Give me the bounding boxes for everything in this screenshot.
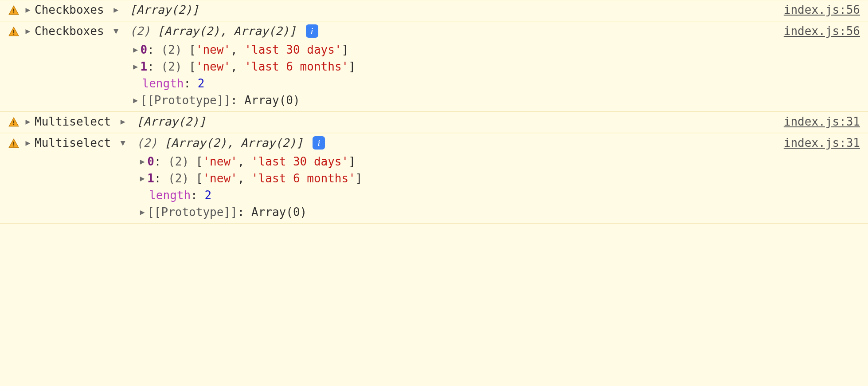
warning-icon	[8, 5, 20, 16]
array-item[interactable]: 1: (2) ['new', 'last 6 months']	[112, 58, 775, 75]
source-link[interactable]: index.js:56	[784, 24, 860, 38]
string-value: 'last 6 months'	[244, 60, 348, 73]
item-index: 1	[141, 60, 148, 73]
log-label: Multiselect	[35, 136, 111, 150]
log-value: [Array(2)]	[112, 3, 775, 16]
string-value: 'last 30 days'	[244, 43, 341, 56]
length-value: 2	[198, 77, 205, 90]
source-link[interactable]: index.js:31	[784, 115, 860, 128]
svg-rect-7	[13, 146, 14, 146]
warning-icon	[8, 117, 20, 128]
console-row: Checkboxes (2) [Array(2), Array(2)] i 0:…	[0, 21, 868, 112]
prototype-line[interactable]: [[Prototype]]: Array(0)	[112, 92, 775, 109]
disclosure-triangle-icon[interactable]	[24, 3, 32, 16]
item-count: (2)	[168, 155, 189, 168]
item-disclosure-icon[interactable]	[132, 60, 140, 73]
object-disclosure-icon[interactable]	[119, 136, 127, 150]
item-disclosure-icon[interactable]	[138, 155, 146, 168]
svg-rect-5	[13, 124, 14, 125]
string-value: 'new'	[196, 60, 231, 73]
object-disclosure-icon[interactable]	[119, 115, 127, 128]
source-link[interactable]: index.js:56	[784, 3, 860, 16]
item-disclosure-icon[interactable]	[138, 205, 146, 219]
item-index: 0	[147, 155, 154, 168]
item-disclosure-icon[interactable]	[132, 94, 140, 107]
svg-rect-0	[13, 9, 14, 12]
array-summary[interactable]: [Array(2), Array(2)]	[157, 24, 296, 38]
console-row: Checkboxes [Array(2)] index.js:56	[0, 0, 868, 21]
string-value: 'new'	[203, 155, 237, 168]
length-key: length	[149, 189, 191, 202]
array-item[interactable]: 1: (2) ['new', 'last 6 months']	[119, 170, 775, 187]
array-summary[interactable]: [Array(2)]	[137, 115, 206, 128]
log-value: [Array(2)]	[119, 115, 775, 128]
array-children: 0: (2) ['new', 'last 30 days'] 1: (2) ['…	[119, 153, 775, 221]
array-count: (2)	[137, 136, 157, 150]
item-disclosure-icon[interactable]	[138, 172, 146, 185]
item-count: (2)	[168, 172, 189, 185]
item-index: 1	[147, 172, 154, 185]
array-item[interactable]: 0: (2) ['new', 'last 30 days']	[119, 153, 775, 170]
item-index: 0	[141, 43, 148, 56]
prototype-line[interactable]: [[Prototype]]: Array(0)	[119, 204, 775, 221]
array-summary[interactable]: [Array(2)]	[129, 3, 199, 16]
svg-rect-2	[13, 30, 14, 33]
string-value: 'last 30 days'	[251, 155, 348, 168]
disclosure-triangle-icon[interactable]	[24, 24, 32, 38]
length-line: length: 2	[112, 75, 775, 92]
array-summary[interactable]: [Array(2), Array(2)]	[164, 136, 303, 150]
array-children: 0: (2) ['new', 'last 30 days'] 1: (2) ['…	[112, 41, 775, 109]
prototype-value: Array(0)	[244, 94, 300, 107]
object-disclosure-icon[interactable]	[112, 3, 120, 16]
item-count: (2)	[161, 43, 182, 56]
info-icon[interactable]: i	[313, 136, 325, 150]
prototype-value: Array(0)	[251, 205, 307, 219]
console-row: Multiselect [Array(2)] index.js:31	[0, 112, 868, 133]
object-disclosure-icon[interactable]	[112, 24, 120, 38]
svg-rect-3	[13, 34, 14, 35]
array-count: (2)	[129, 24, 150, 38]
item-count: (2)	[161, 60, 182, 73]
source-link[interactable]: index.js:31	[784, 136, 860, 150]
log-label: Multiselect	[35, 115, 111, 128]
string-value: 'last 6 months'	[251, 172, 356, 185]
array-item[interactable]: 0: (2) ['new', 'last 30 days']	[112, 41, 775, 58]
item-disclosure-icon[interactable]	[132, 43, 140, 56]
svg-rect-6	[13, 142, 14, 145]
prototype-key: [[Prototype]]	[147, 205, 238, 219]
console-row: Multiselect (2) [Array(2), Array(2)] i 0…	[0, 133, 868, 224]
log-label: Checkboxes	[35, 24, 104, 38]
length-line: length: 2	[119, 187, 775, 204]
svg-rect-4	[13, 121, 14, 124]
log-value: (2) [Array(2), Array(2)] i 0: (2) ['new'…	[119, 136, 775, 221]
log-label: Checkboxes	[35, 3, 104, 16]
info-icon[interactable]: i	[306, 24, 318, 38]
prototype-key: [[Prototype]]	[141, 94, 231, 107]
svg-rect-1	[13, 12, 14, 13]
string-value: 'new'	[203, 172, 237, 185]
log-value: (2) [Array(2), Array(2)] i 0: (2) ['new'…	[112, 24, 775, 109]
warning-icon	[8, 26, 20, 38]
disclosure-triangle-icon[interactable]	[24, 115, 32, 128]
string-value: 'new'	[196, 43, 231, 56]
length-value: 2	[204, 189, 211, 202]
disclosure-triangle-icon[interactable]	[24, 136, 32, 150]
warning-icon	[8, 138, 20, 150]
length-key: length	[142, 77, 184, 90]
